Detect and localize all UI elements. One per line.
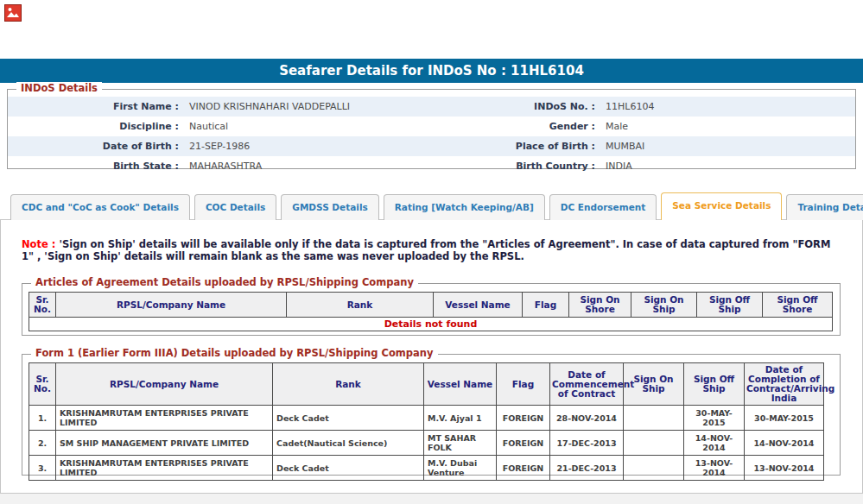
table-cell: KRISHNAMRUTAM ENTERPRISES PRIVATE LIMITE… bbox=[56, 406, 273, 431]
column-header: Flag bbox=[523, 293, 569, 318]
table-cell: 1. bbox=[29, 406, 56, 431]
broken-image-icon bbox=[4, 4, 22, 22]
column-header: Flag bbox=[497, 363, 550, 406]
table-cell: MT SAHAR FOLK bbox=[424, 431, 497, 456]
tab-sea-service-details[interactable]: Sea Service Details bbox=[661, 192, 782, 220]
detail-tabs: CDC and "CoC as Cook" Details COC Detail… bbox=[0, 194, 863, 220]
indos-details-legend: INDoS Details bbox=[16, 82, 102, 94]
column-header: Sign Off Ship bbox=[684, 363, 745, 406]
table-cell: Deck Cadet bbox=[273, 406, 424, 431]
table-row: Date of Birth : 21-SEP-1986 Place of Bir… bbox=[8, 136, 855, 156]
table-cell: Cadet(Nautical Science) bbox=[273, 431, 424, 456]
table-cell: SM SHIP MANAGEMENT PRIVATE LIMITED bbox=[56, 431, 273, 456]
column-header: Sr. No. bbox=[29, 363, 56, 406]
table-cell: M.V. Ajyal 1 bbox=[424, 406, 497, 431]
field-value: INDIA bbox=[601, 156, 855, 176]
tab-training-details[interactable]: Training Details bbox=[786, 194, 863, 220]
seafarer-details-page: Seafarer Details for INDoS No : 11HL6104… bbox=[0, 0, 863, 504]
table-cell: FOREIGN bbox=[497, 431, 550, 456]
column-header: Sign Off Ship bbox=[697, 293, 763, 318]
field-label: Date of Birth : bbox=[8, 136, 185, 156]
field-value: 11HL6104 bbox=[601, 97, 855, 117]
table-cell: 30-MAY-2015 bbox=[745, 406, 824, 431]
table-cell: 13-NOV-2014 bbox=[745, 456, 824, 481]
field-value: Male bbox=[601, 117, 855, 136]
column-header: Rank bbox=[287, 293, 434, 318]
table-cell bbox=[624, 431, 684, 456]
table-cell: FOREIGN bbox=[497, 456, 550, 481]
field-label: First Name : bbox=[8, 97, 185, 117]
column-header: Sr. No. bbox=[29, 293, 56, 318]
form1-table: Sr. No.RPSL/Company NameRankVessel NameF… bbox=[29, 362, 824, 481]
tab-coc-details[interactable]: COC Details bbox=[194, 194, 276, 220]
column-header: Date of Commencement of Contract bbox=[550, 363, 624, 406]
column-header: Sign On Shore bbox=[569, 293, 631, 318]
field-value: MUMBAI bbox=[601, 136, 855, 156]
table-cell: 21-DEC-2013 bbox=[550, 456, 624, 481]
table-header-row: Sr. No.RPSL/Company NameRankVessel NameF… bbox=[29, 363, 824, 406]
field-value: VINOD KRISHNAHARI VADDEPALLI bbox=[185, 97, 420, 117]
field-label: INDoS No. : bbox=[420, 97, 601, 117]
broken-image-glyph bbox=[5, 5, 21, 21]
column-header: Date of Completion of Contract/Arriving … bbox=[745, 363, 824, 406]
field-value: 21-SEP-1986 bbox=[185, 136, 420, 156]
indos-details-fieldset: INDoS Details First Name : VINOD KRISHNA… bbox=[7, 89, 856, 169]
field-label: Gender : bbox=[420, 117, 601, 136]
column-header: Vessel Name bbox=[424, 363, 497, 406]
note-text: Note : 'Sign on Ship' details will be av… bbox=[22, 238, 844, 262]
note-prefix: Note : bbox=[22, 238, 55, 250]
tab-rating-watchkeeping[interactable]: Rating [Watch Keeping/AB] bbox=[384, 194, 545, 220]
column-header: Sign On Ship bbox=[631, 293, 697, 318]
field-value: MAHARASHTRA bbox=[185, 156, 420, 176]
field-label: Birth State : bbox=[8, 156, 185, 176]
table-row: 1.KRISHNAMRUTAM ENTERPRISES PRIVATE LIMI… bbox=[29, 406, 824, 431]
table-cell bbox=[624, 456, 684, 481]
table-row: Birth State : MAHARASHTRA Birth Country … bbox=[8, 156, 855, 176]
table-header-row: Sr. No.RPSL/Company NameRankVessel NameF… bbox=[29, 293, 833, 318]
form1-legend: Form 1 (Earlier Form IIIA) Details uploa… bbox=[31, 347, 438, 359]
column-header: Vessel Name bbox=[434, 293, 523, 318]
table-row: 2.SM SHIP MANAGEMENT PRIVATE LIMITEDCade… bbox=[29, 431, 824, 456]
column-header: RPSL/Company Name bbox=[56, 293, 287, 318]
table-cell: M.V. Dubai Venture bbox=[424, 456, 497, 481]
field-label: Birth Country : bbox=[420, 156, 601, 176]
table-cell: FOREIGN bbox=[497, 406, 550, 431]
page-footer-strip bbox=[0, 493, 863, 504]
column-header: Sign Off Shore bbox=[763, 293, 833, 318]
table-cell: 28-NOV-2014 bbox=[550, 406, 624, 431]
table-cell: 17-DEC-2013 bbox=[550, 431, 624, 456]
table-cell: 30-MAY-2015 bbox=[684, 406, 745, 431]
table-cell: 14-NOV-2014 bbox=[745, 431, 824, 456]
table-cell: 13-NOV-2014 bbox=[684, 456, 745, 481]
field-label: Discipline : bbox=[8, 117, 185, 136]
articles-legend: Articles of Agreement Details uploaded b… bbox=[31, 276, 418, 288]
empty-message: Details not found bbox=[29, 318, 833, 331]
form1-details-fieldset: Form 1 (Earlier Form IIIA) Details uploa… bbox=[22, 354, 841, 476]
note-body: 'Sign on Ship' details will be available… bbox=[22, 238, 830, 262]
page-title: Seafarer Details for INDoS No : 11HL6104 bbox=[0, 59, 863, 83]
column-header: RPSL/Company Name bbox=[56, 363, 273, 406]
tab-gmdss-details[interactable]: GMDSS Details bbox=[281, 194, 378, 220]
tab-cdc-coc-cook-details[interactable]: CDC and "CoC as Cook" Details bbox=[10, 194, 190, 220]
field-value: Nautical bbox=[185, 117, 420, 136]
articles-table: Sr. No.RPSL/Company NameRankVessel NameF… bbox=[29, 292, 833, 331]
table-row: First Name : VINOD KRISHNAHARI VADDEPALL… bbox=[8, 97, 855, 117]
indos-details-table: First Name : VINOD KRISHNAHARI VADDEPALL… bbox=[8, 97, 855, 176]
table-cell: 14-NOV-2014 bbox=[684, 431, 745, 456]
table-row: Discipline : Nautical Gender : Male bbox=[8, 117, 855, 136]
table-cell bbox=[624, 406, 684, 431]
field-label: Place of Birth : bbox=[420, 136, 601, 156]
tab-dc-endorsement[interactable]: DC Endorsement bbox=[549, 194, 657, 220]
empty-row: Details not found bbox=[29, 318, 833, 331]
articles-of-agreement-fieldset: Articles of Agreement Details uploaded b… bbox=[22, 283, 841, 336]
table-row: 3.KRISHNAMRUTAM ENTERPRISES PRIVATE LIMI… bbox=[29, 456, 824, 481]
table-cell: Deck Cadet bbox=[273, 456, 424, 481]
table-cell: 3. bbox=[29, 456, 56, 481]
table-cell: 2. bbox=[29, 431, 56, 456]
column-header: Rank bbox=[273, 363, 424, 406]
table-cell: KRISHNAMRUTAM ENTERPRISES PRIVATE LIMITE… bbox=[56, 456, 273, 481]
